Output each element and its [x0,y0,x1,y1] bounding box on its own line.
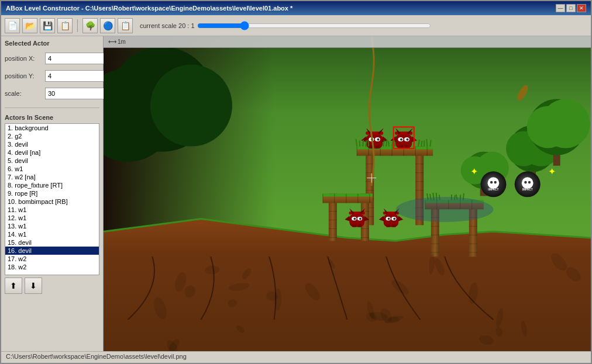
window-title: ABox Level Constructor - C:\Users\Robert… [6,5,292,12]
divider [5,108,99,108]
list-item[interactable]: 2. g2 [5,132,99,140]
canvas-area[interactable]: ⟷ 1m [104,36,591,351]
ruler-marker: ⟷ 1m [108,39,126,45]
list-item[interactable]: 9. rope [R] [5,189,99,197]
actors-title: Actors In Scene [5,114,99,121]
list-item[interactable]: 6. w1 [5,165,99,173]
list-item[interactable]: 4. devil [na] [5,148,99,157]
list-item[interactable]: 11. w1 [5,206,99,214]
list-item[interactable]: 13. w1 [5,222,99,230]
position-x-label: position X: [5,55,43,62]
list-item[interactable]: 1. background [5,124,99,132]
list-item[interactable]: 18. w2 [5,263,99,271]
toolbar: 📄 📂 💾 📋 🌳 🔵 📋 current scale 20 : 1 [1,15,591,36]
list-item[interactable]: 3. devil [5,140,99,148]
ruler: ⟷ 1m [104,36,591,48]
position-y-row: position Y: [5,70,99,82]
status-path: C:\Users\Robert\workspace\EngineDemo\ass… [6,353,187,360]
circle-button[interactable]: 🔵 [100,18,115,33]
actors-list[interactable]: 1. background2. g23. devil4. devil [na]5… [5,123,99,275]
close-button[interactable]: ✕ [577,4,586,12]
open-button[interactable]: 📂 [22,18,37,33]
actors-list-container: Actors In Scene 1. background2. g23. dev… [5,114,99,348]
left-panel: Selected Actor position X: position Y: s… [1,36,104,351]
list-item[interactable]: 10. bombimpact [RB] [5,197,99,206]
selected-actor-title: Selected Actor [5,40,99,47]
list-item[interactable]: 7. w2 [na] [5,173,99,181]
list-item[interactable]: 17. w2 [5,255,99,263]
list-item[interactable]: 8. rope_fixture [RT] [5,181,99,189]
main-content: Selected Actor position X: position Y: s… [1,36,591,351]
list-buttons: ⬆ ⬇ [5,278,99,294]
saveas-button[interactable]: 📋 [57,18,73,33]
minimize-button[interactable]: — [556,4,565,12]
list-item[interactable]: 15. devil [5,238,99,247]
toolbar-separator [77,19,78,32]
title-bar-buttons: — □ ✕ [556,4,586,12]
tree-button[interactable]: 🌳 [82,18,98,33]
maximize-button[interactable]: □ [566,4,576,12]
list-item[interactable]: 12. w1 [5,214,99,222]
save-button[interactable]: 💾 [40,18,55,33]
scale-row: scale: [5,88,99,99]
main-window: ABox Level Constructor - C:\Users\Robert… [0,0,592,364]
position-x-row: position X: [5,53,99,64]
status-bar: C:\Users\Robert\workspace\EngineDemo\ass… [1,351,591,363]
new-button[interactable]: 📄 [5,18,20,33]
list-item[interactable]: 16. devil [5,247,99,255]
game-canvas[interactable] [104,36,591,351]
move-down-button[interactable]: ⬇ [25,278,42,294]
scale-label-field: scale: [5,90,43,97]
title-bar: ABox Level Constructor - C:\Users\Robert… [1,1,591,15]
paste-button[interactable]: 📋 [118,18,133,33]
scale-label: current scale 20 : 1 [140,22,195,29]
list-item[interactable]: 5. devil [5,157,99,165]
position-y-label: position Y: [5,72,43,79]
scale-slider[interactable] [197,20,431,31]
list-item[interactable]: 14. w1 [5,230,99,238]
move-up-button[interactable]: ⬆ [5,278,22,294]
